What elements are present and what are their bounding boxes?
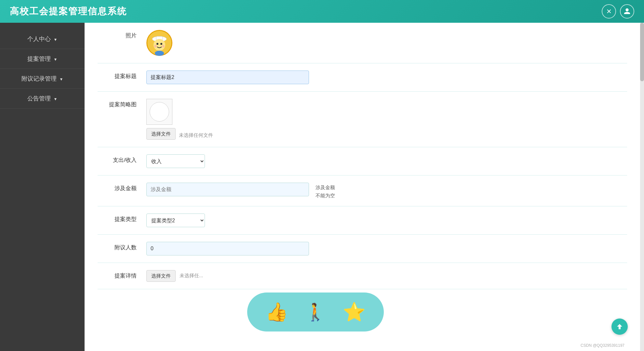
no-file-label: 未选择任何文件 [179,130,213,138]
amount-input[interactable] [146,183,309,196]
user-icon [624,8,631,15]
attendees-row: 附议人数 0 [98,235,627,263]
income-label: 支出/收入 [98,154,137,164]
choose-file-button[interactable]: 选择文件 [146,128,176,140]
income-row: 支出/收入 收入 支出 [98,147,627,176]
file-upload-row: 选择文件 未选择任何文件 [146,128,213,140]
scroll-top-button[interactable] [611,318,628,335]
photo-label: 照片 [98,30,137,39]
income-content: 收入 支出 [146,154,627,168]
arrow-up-icon [616,323,624,331]
title-input[interactable] [146,71,309,84]
svg-point-3 [154,39,165,51]
thumbnail-row: 提案简略图 选择文件 未选择任何文件 [98,92,627,147]
avatar-image [146,30,172,56]
sidebar: 个人中心 ▼ 提案管理 ▼ 附议记录管理 ▼ 公告管理 ▼ [0,23,85,351]
thumbnail-circle [150,102,169,122]
validation-line1: 涉及金额 [315,183,335,191]
svg-point-5 [160,43,162,45]
main-content: 照片 [85,23,640,351]
app-title: 高校工会提案管理信息系统 [10,5,127,18]
svg-point-8 [155,51,164,56]
detail-label: 提案详情 [98,270,137,280]
main-layout: 个人中心 ▼ 提案管理 ▼ 附议记录管理 ▼ 公告管理 ▼ 照片 [0,23,644,351]
amount-label: 涉及金额 [98,183,137,192]
scrollbar-thumb [640,23,644,81]
star-icon[interactable]: ⭐ [343,301,366,323]
thumbnail-preview-box [146,99,172,125]
amount-row: 涉及金额 涉及金额 不能为空 [98,176,627,206]
photo-row: 照片 [98,23,627,63]
person-walking-icon[interactable]: 🚶 [305,302,326,322]
attendees-label: 附议人数 [98,242,137,251]
attendees-input[interactable]: 0 [146,242,309,255]
type-row: 提案类型 提案类型2 提案类型1 提案类型3 [98,206,627,235]
sidebar-item-records[interactable]: 附议记录管理 ▼ [0,69,85,89]
photo-content [146,30,627,56]
thumbnail-content: 选择文件 未选择任何文件 [146,99,627,140]
svg-point-6 [154,45,157,47]
detail-content: 选择文件 未选择任... [146,270,627,282]
user-button[interactable] [620,4,634,19]
validation-line2: 不能为空 [315,191,335,199]
detail-no-file-label: 未选择任... [180,270,203,279]
sidebar-item-announcements[interactable]: 公告管理 ▼ [0,89,85,109]
type-select[interactable]: 提案类型2 提案类型1 提案类型3 [146,214,205,227]
sidebar-item-proposals[interactable]: 提案管理 ▼ [0,49,85,69]
title-label: 提案标题 [98,71,137,80]
attendees-content: 0 [146,242,627,255]
amount-content: 涉及金额 不能为空 [146,183,627,199]
income-select[interactable]: 收入 支出 [146,154,205,168]
reaction-overlay: 👍 🚶 ⭐ [247,292,384,332]
watermark: CSDN @QQ3295391197 [581,343,624,348]
svg-point-4 [156,43,158,45]
thumbs-up-icon[interactable]: 👍 [265,301,288,323]
header-actions: ✕ [602,4,634,19]
title-row: 提案标题 [98,63,627,92]
title-content [146,71,627,84]
thumbnail-label: 提案简略图 [98,99,137,108]
detail-choose-file-button[interactable]: 选择文件 [146,270,176,282]
sidebar-item-personal[interactable]: 个人中心 ▼ [0,29,85,49]
svg-point-7 [162,45,165,47]
amount-validation: 涉及金额 不能为空 [315,183,335,199]
type-content: 提案类型2 提案类型1 提案类型3 [146,214,627,227]
type-label: 提案类型 [98,214,137,223]
scrollbar[interactable] [640,23,644,351]
amount-section: 涉及金额 不能为空 [146,183,335,199]
detail-row: 提案详情 选择文件 未选择任... [98,263,627,289]
close-button[interactable]: ✕ [602,4,616,19]
avatar [146,30,172,56]
app-header: 高校工会提案管理信息系统 ✕ [0,0,644,23]
